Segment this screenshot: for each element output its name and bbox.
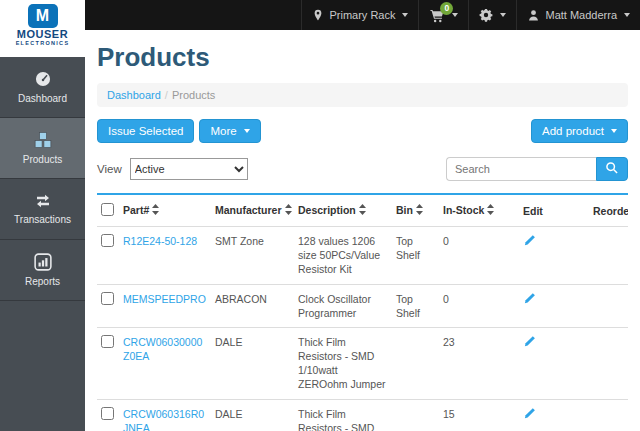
search-input[interactable] [446,157,596,181]
sidebar-item-label: Dashboard [18,93,67,104]
view-select[interactable]: Active [130,158,248,180]
person-icon [527,9,540,22]
gear-icon [479,8,493,22]
view-label: View [97,163,122,175]
column-header-manufacturer[interactable]: Manufacturer [211,195,294,227]
part-number-link[interactable]: CRCW060316R0JNEA [123,408,204,431]
toolbar: Issue Selected More Add product [97,119,628,143]
row-checkbox[interactable] [101,292,114,305]
sidebar-item-transactions[interactable]: Transactions [0,179,85,240]
edit-pencil-icon[interactable] [523,407,536,423]
add-product-button[interactable]: Add product [531,119,628,143]
page-title: Products [97,42,628,73]
sidebar-item-dashboard[interactable]: Dashboard [0,57,85,118]
mouser-logo-text: MOUSER [0,29,85,40]
in-stock-cell: 23 [439,327,519,399]
column-header-in-stock[interactable]: In-Stock [439,195,519,227]
sort-icon [359,205,366,217]
edit-pencil-icon[interactable] [523,335,536,351]
description-cell: Clock Oscillator Programmer [294,284,392,327]
sidebar-item-label: Reports [25,276,60,287]
column-label: In-Stock [443,204,484,216]
topbar: Primary Rack 0 Matt Madderra [85,0,640,30]
user-menu[interactable]: Matt Madderra [516,0,640,30]
row-checkbox[interactable] [101,335,114,348]
main-content: Products Dashboard/Products Issue Select… [85,30,640,431]
sidebar-item-products[interactable]: Products [0,118,85,179]
caret-down-icon [452,13,458,17]
products-table: Part# Manufacturer Description Bin In-St [97,195,628,431]
in-stock-cell: 15 [439,399,519,431]
table-row: CRCW06030000Z0EA DALE Thick Film Resisto… [97,327,628,399]
mouser-logo-mark: M [28,4,58,28]
gauge-icon [33,70,53,88]
manufacturer-cell: DALE [211,327,294,399]
table-row: CRCW060316R0JNEA DALE Thick Film Resisto… [97,399,628,431]
column-header-reorder: Reorder [589,195,628,227]
part-number-link[interactable]: CRCW06030000Z0EA [123,336,202,362]
app-window: Primary Rack 0 Matt Madderra M [0,0,640,431]
select-all-checkbox[interactable] [101,203,114,216]
breadcrumb: Dashboard/Products [97,83,628,107]
reorder-cell [589,227,628,285]
sort-icon [152,205,159,217]
bin-cell [392,327,439,399]
filter-bar: View Active [97,157,628,181]
row-checkbox[interactable] [101,234,114,247]
reorder-cell [589,399,628,431]
sort-icon [416,205,423,217]
search-group [446,157,628,181]
sort-icon [285,205,292,217]
reorder-cell [589,284,628,327]
manufacturer-cell: ABRACON [211,284,294,327]
edit-pencil-icon[interactable] [523,292,536,308]
more-button[interactable]: More [199,119,260,143]
boxes-icon [33,131,53,149]
in-stock-cell: 0 [439,284,519,327]
column-header-description[interactable]: Description [294,195,392,227]
table-row: MEMSPEEDPRO ABRACON Clock Oscillator Pro… [97,284,628,327]
bin-cell [392,399,439,431]
cart-count-badge: 0 [440,2,453,15]
caret-down-icon [611,129,617,133]
sidebar: M MOUSER ELECTRONICS Dashboard Products … [0,0,85,431]
description-cell: Thick Film Resistors - SMD 1/10watt 16oh… [294,399,392,431]
issue-selected-button[interactable]: Issue Selected [97,119,194,143]
bar-chart-icon [34,253,52,271]
issue-selected-label: Issue Selected [108,125,183,137]
caret-down-icon [402,13,408,17]
column-label: Reorder [593,205,628,217]
description-cell: Thick Film Resistors - SMD 1/10watt ZERO… [294,327,392,399]
sidebar-item-reports[interactable]: Reports [0,240,85,301]
bin-cell: Top Shelf [392,284,439,327]
search-icon [605,161,619,178]
column-header-edit: Edit [519,195,589,227]
mouser-logo: M MOUSER ELECTRONICS [0,0,85,57]
products-table-body: R12E24-50-128 SMT Zone 128 values 1206 s… [97,227,628,431]
sidebar-item-label: Products [23,154,62,165]
cart-menu[interactable]: 0 [418,0,468,30]
row-checkbox[interactable] [101,407,114,420]
edit-pencil-icon[interactable] [523,234,536,250]
breadcrumb-separator: / [165,89,168,101]
column-label: Edit [523,205,543,217]
search-button[interactable] [596,157,628,181]
part-number-link[interactable]: R12E24-50-128 [123,235,197,247]
table-header-row: Part# Manufacturer Description Bin In-St [97,195,628,227]
column-label: Manufacturer [215,204,282,216]
description-cell: 128 values 1206 size 50PCs/Value Resisto… [294,227,392,285]
more-label: More [210,125,236,137]
part-number-link[interactable]: MEMSPEEDPRO [123,293,206,305]
column-label: Part# [123,204,149,216]
settings-menu[interactable] [468,0,516,30]
column-header-bin[interactable]: Bin [392,195,439,227]
caret-down-icon [244,129,250,133]
column-label: Description [298,204,356,216]
rack-selector[interactable]: Primary Rack [301,0,418,30]
rack-label: Primary Rack [329,9,395,21]
column-header-part[interactable]: Part# [119,195,211,227]
breadcrumb-dashboard-link[interactable]: Dashboard [107,89,161,101]
in-stock-cell: 0 [439,227,519,285]
manufacturer-cell: SMT Zone [211,227,294,285]
bin-cell: Top Shelf [392,227,439,285]
